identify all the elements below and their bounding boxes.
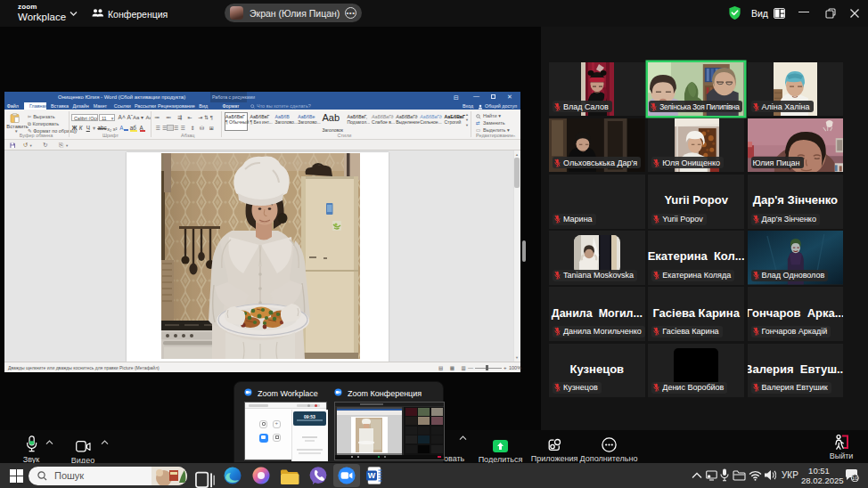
svg-text:10: 10 — [852, 475, 858, 481]
svg-text:W: W — [368, 471, 376, 480]
